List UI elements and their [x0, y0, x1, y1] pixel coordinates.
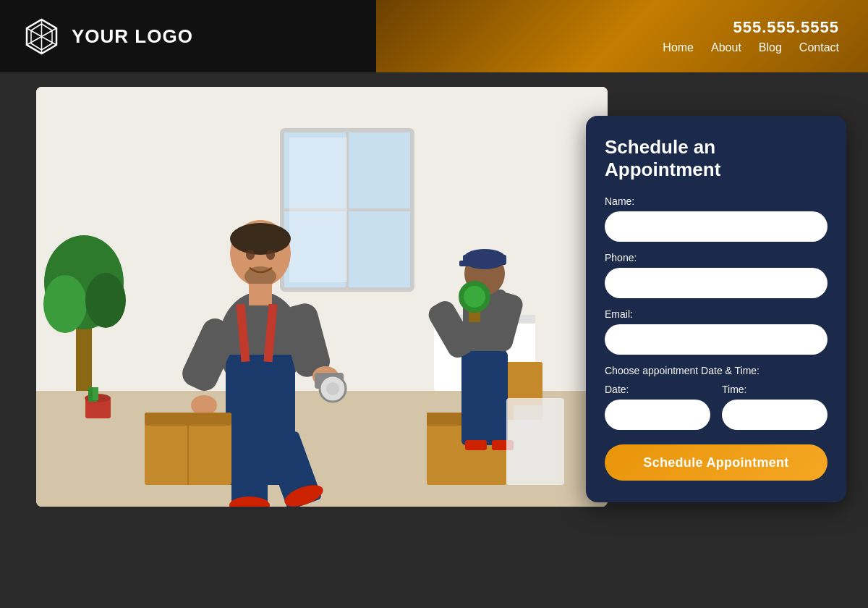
svg-line-2: [27, 28, 42, 37]
svg-point-63: [464, 286, 485, 308]
svg-line-3: [42, 28, 57, 37]
name-input[interactable]: [605, 211, 827, 242]
nav-blog[interactable]: Blog: [759, 41, 782, 54]
svg-point-42: [326, 382, 339, 395]
time-label: Time:: [722, 384, 827, 395]
svg-rect-64: [465, 440, 487, 450]
nav-home[interactable]: Home: [663, 41, 694, 54]
header-nav-section: 555.555.5555 Home About Blog Contact: [376, 0, 868, 72]
svg-point-18: [43, 275, 87, 333]
svg-line-4: [27, 36, 42, 45]
name-label: Name:: [605, 195, 827, 207]
svg-point-31: [244, 266, 276, 287]
time-input[interactable]: [722, 400, 827, 430]
svg-point-28: [230, 223, 291, 255]
svg-rect-32: [249, 284, 272, 305]
datetime-row: Date: Time:: [605, 384, 827, 430]
svg-point-30: [266, 250, 275, 260]
svg-rect-15: [289, 138, 347, 282]
svg-line-5: [42, 36, 57, 45]
phone-label: Phone:: [605, 252, 827, 263]
svg-rect-67: [514, 405, 557, 478]
svg-point-29: [246, 250, 255, 260]
svg-point-38: [191, 395, 217, 415]
time-col: Time:: [722, 384, 827, 430]
schedule-appointment-button[interactable]: Schedule Appointment: [605, 444, 827, 481]
form-title: Schedule an Appointment: [605, 136, 827, 181]
svg-rect-58: [461, 351, 508, 445]
date-input[interactable]: [605, 400, 710, 430]
email-label: Email:: [605, 308, 827, 320]
datetime-label: Choose appointment Date & Time:: [605, 365, 827, 376]
appointment-card: Schedule an Appointment Name: Phone: Ema…: [586, 116, 846, 502]
nav-contact[interactable]: Contact: [799, 41, 839, 54]
logo-icon: [22, 17, 61, 56]
email-input[interactable]: [605, 324, 827, 355]
phone-input[interactable]: [605, 268, 827, 298]
date-col: Date:: [605, 384, 710, 430]
main-content: Schedule an Appointment Name: Phone: Ema…: [0, 72, 868, 608]
svg-rect-23: [93, 387, 98, 400]
nav-links: Home About Blog Contact: [663, 41, 839, 54]
header: YOUR LOGO 555.555.5555 Home About Blog C…: [0, 0, 868, 72]
hero-image: [36, 87, 608, 507]
phone-number: 555.555.5555: [733, 18, 839, 37]
nav-about[interactable]: About: [711, 41, 741, 54]
svg-point-19: [85, 273, 126, 328]
date-label: Date:: [605, 384, 710, 395]
logo-text: YOUR LOGO: [72, 25, 193, 48]
header-logo-section: YOUR LOGO: [0, 0, 376, 72]
svg-rect-57: [459, 261, 469, 266]
